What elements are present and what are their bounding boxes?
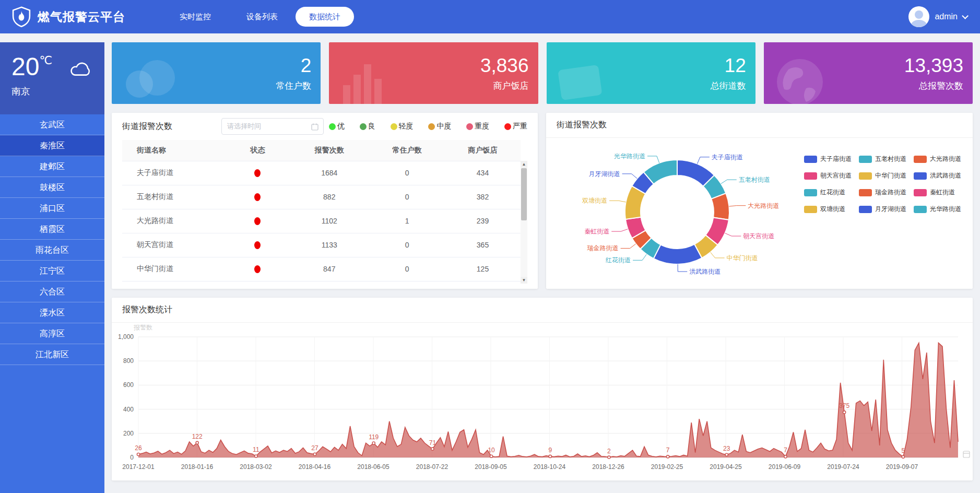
table-row[interactable]: 大光路街道11021239	[122, 209, 521, 233]
donut-label-line	[609, 201, 626, 202]
table-row[interactable]: 夫子庙街道16840434	[122, 161, 521, 185]
data-point-label: 10	[488, 447, 495, 454]
table-row[interactable]: 五老村街道8820382	[122, 185, 521, 209]
stat-label: 总报警次数	[919, 80, 963, 92]
donut-legend-item-双塘街道[interactable]: 双塘街道	[804, 205, 852, 214]
nav-item-实时监控[interactable]: 实时监控	[162, 7, 229, 27]
date-picker-input[interactable]: 请选择时间	[221, 118, 324, 135]
merchant-count: 365	[445, 233, 521, 257]
severity-dot-icon	[466, 123, 473, 130]
donut-label-line	[678, 264, 687, 272]
data-point-label: 2	[607, 448, 611, 455]
legend-swatch-icon	[804, 172, 817, 180]
scroll-down-arrow[interactable]: ▼	[521, 277, 527, 284]
table-scrollbar[interactable]: ▲ ▼	[521, 161, 527, 284]
stat-value: 2	[301, 55, 312, 77]
donut-legend-item-光华路街道[interactable]: 光华路街道	[914, 205, 961, 214]
sidebar-item-district[interactable]: 建邺区	[0, 156, 104, 177]
legend-swatch-icon	[859, 172, 872, 180]
data-point-marker	[784, 455, 787, 458]
sidebar-item-district[interactable]: 浦口区	[0, 198, 104, 219]
sidebar-item-district[interactable]: 栖霞区	[0, 219, 104, 240]
severity-item-中度: 中度	[428, 122, 451, 131]
donut-label-line	[729, 206, 746, 207]
table-row[interactable]: 朝天宫街道11330365	[122, 233, 521, 257]
donut-legend-item-瑞金路街道[interactable]: 瑞金路街道	[859, 188, 906, 197]
y-tick-label: 1,000	[118, 333, 134, 341]
status-dot-icon	[254, 241, 261, 249]
sidebar-item-district[interactable]: 鼓楼区	[0, 177, 104, 198]
table-panel-title: 街道报警次数	[122, 121, 172, 132]
sidebar-item-district[interactable]: 玄武区	[0, 114, 104, 135]
data-point-label: 27	[311, 444, 318, 452]
donut-label: 朝天宫街道	[743, 232, 774, 240]
street-alarm-table-panel: 街道报警次数 请选择时间 优良轻度中度重度严重 街道名称状态报警次数常住户数商户…	[112, 113, 538, 289]
column-header: 街道名称	[122, 140, 226, 161]
severity-dot-icon	[391, 123, 397, 130]
x-tick-label: 2019-02-25	[651, 463, 683, 471]
navbar: 燃气报警云平台 实时监控设备列表数据统计 admin	[0, 0, 980, 33]
alarm-count: 1133	[289, 233, 369, 257]
sidebar-item-district[interactable]: 六合区	[0, 281, 104, 302]
sidebar-item-district[interactable]: 秦淮区	[0, 135, 104, 156]
sidebar-item-district[interactable]: 江北新区	[0, 344, 104, 365]
panel-icon	[554, 52, 611, 104]
alarm-trend-panel: 报警次数统计 02004006008001,0002017-12-012018-…	[112, 298, 973, 480]
axis-type-icon[interactable]	[963, 451, 970, 457]
data-point-label: 375	[839, 402, 849, 409]
main-content: 2常住户数3,836商户饭店12总街道数13,393总报警次数 街道报警次数 请…	[104, 33, 980, 493]
sidebar-item-district[interactable]: 江宁区	[0, 261, 104, 281]
status-dot-icon	[254, 265, 261, 273]
severity-item-重度: 重度	[466, 122, 489, 131]
user-menu[interactable]: admin	[908, 0, 966, 33]
donut-legend-item-夫子庙街道[interactable]: 夫子庙街道	[804, 155, 852, 163]
data-point-marker	[843, 411, 846, 414]
resident-count: 0	[369, 233, 445, 257]
donut-legend-item-朝天宫街道[interactable]: 朝天宫街道	[804, 171, 852, 180]
severity-item-优: 优	[329, 122, 345, 131]
x-tick-label: 2018-09-05	[475, 463, 507, 471]
donut-label-line	[697, 157, 709, 164]
resident-count: 0	[369, 185, 445, 209]
user-name: admin	[935, 12, 958, 21]
legend-swatch-icon	[914, 172, 927, 180]
data-point-label: 26	[135, 444, 142, 452]
status-dot-icon	[254, 193, 261, 201]
donut-legend-item-五老村街道[interactable]: 五老村街道	[859, 155, 906, 163]
y-tick-label: 800	[123, 357, 134, 365]
donut-label: 秦虹街道	[584, 228, 609, 235]
legend-swatch-icon	[804, 156, 817, 163]
data-point-label: 119	[369, 433, 379, 441]
data-point-marker	[372, 442, 375, 444]
sidebar-item-district[interactable]: 溧水区	[0, 302, 104, 323]
severity-item-严重: 严重	[504, 122, 527, 131]
data-point-marker	[137, 453, 139, 455]
resident-count: 0	[369, 161, 445, 185]
nav-item-数据统计[interactable]: 数据统计	[296, 7, 354, 27]
donut-legend-item-秦虹街道[interactable]: 秦虹街道	[914, 188, 961, 197]
scroll-thumb[interactable]	[521, 168, 527, 220]
y-tick-label: 0	[130, 454, 134, 461]
table-row[interactable]: 中华门街道8470125	[122, 257, 521, 281]
street-name: 中华门街道	[122, 257, 226, 281]
sidebar-item-district[interactable]: 高淳区	[0, 323, 104, 344]
district-list: 玄武区秦淮区建邺区鼓楼区浦口区栖霞区雨花台区江宁区六合区溧水区高淳区江北新区	[0, 114, 104, 365]
y-tick-label: 600	[123, 381, 134, 389]
stat-label: 总街道数	[711, 80, 746, 92]
donut-legend-item-月牙湖街道[interactable]: 月牙湖街道	[859, 205, 906, 214]
donut-label: 光华路街道	[614, 152, 645, 160]
nav-item-设备列表[interactable]: 设备列表	[229, 7, 296, 27]
donut-legend-item-大光路街道[interactable]: 大光路街道	[914, 155, 961, 163]
x-tick-label: 2018-07-22	[416, 463, 448, 471]
data-point-label: 5	[901, 447, 905, 454]
donut-slice-洪武路街道[interactable]	[654, 244, 702, 264]
x-tick-label: 2018-03-02	[240, 463, 272, 471]
donut-legend-item-红花街道[interactable]: 红花街道	[804, 188, 852, 197]
x-tick-label: 2018-12-26	[592, 463, 624, 471]
scroll-up-arrow[interactable]: ▲	[521, 161, 527, 168]
donut-label-line	[611, 229, 628, 232]
donut-legend-item-洪武路街道[interactable]: 洪武路街道	[914, 171, 961, 180]
donut-legend-item-中华门街道[interactable]: 中华门街道	[859, 171, 906, 180]
globe-icon	[771, 52, 829, 104]
sidebar-item-district[interactable]: 雨花台区	[0, 240, 104, 261]
